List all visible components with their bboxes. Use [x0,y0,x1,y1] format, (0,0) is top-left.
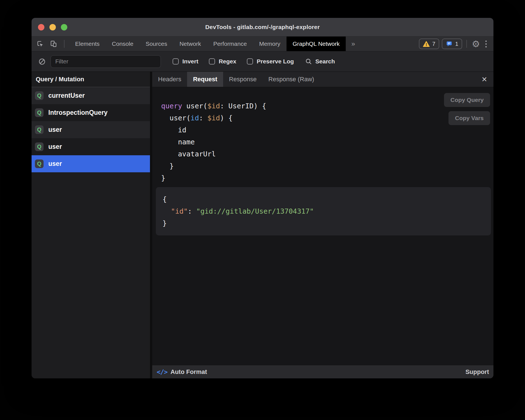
traffic-lights [38,18,67,36]
query-list-item[interactable]: Quser [32,155,150,172]
devtools-tab-console[interactable]: Console [106,37,140,51]
query-name-label: currentUser [48,92,85,99]
kebab-menu-icon[interactable] [483,40,489,47]
query-type-badge: Q [35,125,44,134]
checkbox-preserve-log[interactable]: Preserve Log [247,58,294,65]
zoom-window-button[interactable] [61,24,67,30]
devtools-toolbar: ElementsConsoleSourcesNetworkPerformance… [32,37,493,51]
warning-icon [423,41,430,47]
devtools-window: DevTools - gitlab.com/-/graphql-explorer… [32,18,493,378]
search-label: Search [315,58,335,65]
detail-tab-response[interactable]: Response [223,72,262,87]
code-line: avatarUrl [161,148,266,160]
query-type-badge: Q [35,142,44,151]
detail-tab-headers[interactable]: Headers [152,72,187,87]
inspect-element-icon[interactable] [35,39,45,49]
settings-gear-icon[interactable]: ⚙ [471,39,481,49]
main-panels: Query / Mutation QcurrentUserQIntrospect… [32,72,493,378]
checkbox-box[interactable] [173,58,179,65]
clear-block-icon[interactable] [37,57,47,66]
warnings-badge[interactable]: 7 [419,39,439,49]
devtools-tab-performance[interactable]: Performance [207,37,253,51]
query-list-item[interactable]: QcurrentUser [32,87,150,104]
query-list-panel: Query / Mutation QcurrentUserQIntrospect… [32,72,150,378]
warning-count: 7 [432,41,435,47]
auto-format-button[interactable]: </> Auto Format [157,368,207,376]
copy-vars-button[interactable]: Copy Vars [448,111,490,125]
filter-input[interactable] [51,55,161,68]
devtools-tab-memory[interactable]: Memory [253,37,287,51]
query-list-item[interactable]: Quser [32,138,150,155]
query-code: query user($id: UserID) { user(id: $id) … [161,100,266,184]
code-line: { [163,193,484,205]
code-line: user(id: $id) { [161,112,266,124]
request-tab-content: query user($id: UserID) { user(id: $id) … [152,87,493,365]
close-panel-icon[interactable]: ✕ [475,72,493,87]
query-type-badge: Q [35,108,44,117]
device-toolbar-icon[interactable] [49,39,58,49]
code-line: "id": "gid://gitlab/User/13704317" [163,205,484,217]
filter-checkboxes: InvertRegexPreserve Log [173,58,294,65]
minimize-window-button[interactable] [49,24,56,30]
code-line: name [161,136,266,148]
detail-tab-response-raw-[interactable]: Response (Raw) [262,72,320,87]
query-name-label: user [48,143,62,151]
variables-code: { "id": "gid://gitlab/User/13704317"} [163,193,484,229]
search-button[interactable]: Search [305,58,335,65]
message-count: 1 [455,41,458,47]
checkbox-box[interactable] [247,58,253,65]
query-list-item[interactable]: QIntrospectionQuery [32,104,150,121]
search-icon [305,58,312,65]
query-list-header: Query / Mutation [32,72,150,87]
detail-tab-request[interactable]: Request [187,72,223,87]
devtools-tab-sources[interactable]: Sources [140,37,173,51]
messages-badge[interactable]: 1 [442,39,462,49]
checkbox-invert[interactable]: Invert [173,58,198,65]
code-line: query user($id: UserID) { [161,100,266,112]
toolbar-right-controls: 7 1 ⚙ [419,37,493,51]
code-line: } [163,217,484,229]
query-name-label: IntrospectionQuery [48,109,108,116]
devtools-tab-graphql-network[interactable]: GraphQL Network [287,37,346,51]
controls-separator [466,40,467,48]
query-type-badge: Q [35,91,44,100]
query-list: QcurrentUserQIntrospectionQueryQuserQuse… [32,87,150,172]
devtools-tab-network[interactable]: Network [173,37,207,51]
detail-footer: </> Auto Format Support [152,365,493,378]
query-name-label: user [48,126,62,133]
checkbox-regex[interactable]: Regex [209,58,236,65]
support-link[interactable]: Support [466,368,489,376]
code-format-icon: </> [157,368,168,376]
title-bar: DevTools - gitlab.com/-/graphql-explorer [32,18,493,37]
close-window-button[interactable] [38,24,44,30]
checkbox-label: Regex [219,58,236,65]
toolbar-left-icons [32,37,66,51]
variables-box: { "id": "gid://gitlab/User/13704317"} [156,187,491,235]
query-type-badge: Q [35,159,44,168]
devtools-tab-elements[interactable]: Elements [69,37,106,51]
window-title: DevTools - gitlab.com/-/graphql-explorer [205,24,320,30]
checkbox-label: Invert [182,58,198,65]
code-line: id [161,124,266,136]
more-tabs-button[interactable]: » [346,37,361,51]
checkbox-box[interactable] [209,58,215,65]
copy-buttons: Copy Query Copy Vars [444,93,490,125]
filter-bar: InvertRegexPreserve Log Search [32,51,493,72]
auto-format-label: Auto Format [171,368,207,376]
copy-query-button[interactable]: Copy Query [444,93,490,107]
code-line: } [161,172,266,184]
checkbox-label: Preserve Log [257,58,294,65]
chat-bubble-icon [446,40,453,47]
toolbar-separator [64,40,65,48]
code-line: } [161,160,266,172]
panel-resize-handle[interactable] [150,72,152,378]
detail-tabs: HeadersRequestResponseResponse (Raw)✕ [152,72,493,87]
query-list-item[interactable]: Quser [32,121,150,138]
query-name-label: user [48,160,62,168]
request-detail-panel: HeadersRequestResponseResponse (Raw)✕ qu… [152,72,493,378]
devtools-tabs: ElementsConsoleSourcesNetworkPerformance… [69,37,346,51]
